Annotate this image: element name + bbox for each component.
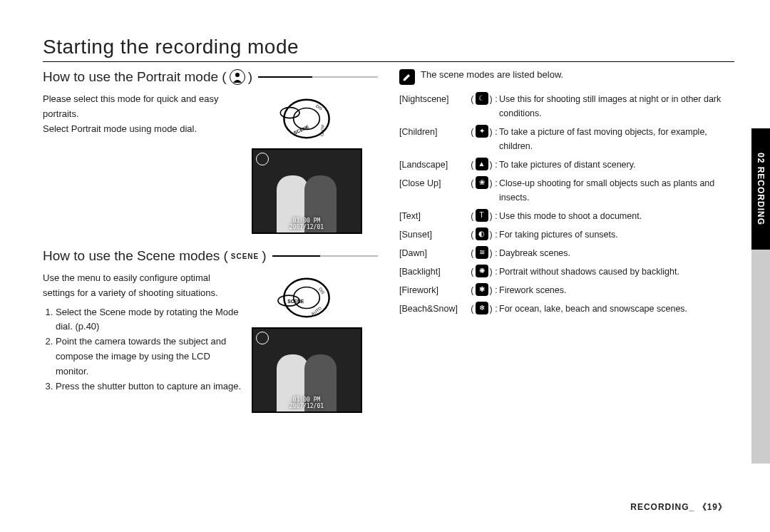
scene-icon: ▲ — [476, 158, 488, 170]
lcd-preview: 01:00 PM 2007/12/01 — [252, 148, 362, 234]
scene-description: To take a picture of fast moving objects… — [499, 125, 734, 153]
scene-name: [Nightscene] — [399, 92, 469, 121]
scene-icon-col: ( ✱ ) : — [469, 283, 499, 297]
scene-icon: ☾ — [476, 92, 488, 105]
scene-name: [Landscape] — [399, 158, 469, 172]
scene-icon-col: ( ☾ ) : — [469, 92, 499, 121]
scene-icon-col: ( ❄ ) : — [469, 302, 499, 316]
svg-point-7 — [284, 279, 329, 317]
portrait-body: Please select this mode for quick and ea… — [43, 92, 378, 234]
scene-step-1: Select the Scene mode by rotating the Mo… — [56, 305, 242, 335]
preview-timestamp-scene: 01:00 PM 2007/12/01 — [253, 397, 361, 410]
scene-icon-col: ( ▲ ) : — [469, 158, 499, 172]
portrait-figures: DIS AUTO SCENE 01:00 PM 2007/12/01 — [250, 92, 364, 234]
scene-icon: ✺ — [476, 265, 488, 277]
scene-icon-col: ( ◐ ) : — [469, 227, 499, 242]
scene-icon: ❀ — [476, 176, 488, 189]
scene-name: [Sunset] — [399, 227, 469, 242]
scene-icon: T — [476, 209, 488, 222]
svg-text:SCENE: SCENE — [287, 299, 304, 304]
side-tab-label: 02 RECORDING — [756, 153, 766, 225]
scene-description: For ocean, lake, beach and snowscape sce… — [499, 302, 734, 316]
side-grey-strip — [751, 250, 770, 464]
footer-section: RECORDING_ — [630, 502, 694, 512]
scene-figures: SCENE DIS AUTO 01:00 PM 2007/12/01 — [250, 271, 364, 413]
manual-page: Starting the recording mode How to use t… — [0, 0, 770, 532]
footer-page: 《19》 — [698, 502, 727, 512]
scene-description: Use this mode to shoot a document. — [499, 209, 734, 223]
right-column: The scene modes are listed below. [Night… — [399, 69, 734, 427]
scene-mode-list: [Nightscene] ( ☾ ) : Use this for shooti… — [399, 92, 734, 316]
scene-icon-col: ( T ) : — [469, 209, 499, 223]
heading-text: How to use the Scene modes ( — [43, 248, 228, 264]
scene-name: [Children] — [399, 125, 469, 153]
heading-close: ) — [248, 69, 252, 85]
scene-description: Daybreak scenes. — [499, 246, 734, 260]
scene-name: [Close Up] — [399, 176, 469, 205]
scene-icon-col: ( ✦ ) : — [469, 125, 499, 153]
portrait-icon — [230, 69, 245, 85]
preview-timestamp: 01:00 PM 2007/12/01 — [253, 218, 361, 231]
portrait-line2: Select Portrait mode using mode dial. — [43, 122, 242, 137]
note-intro-text: The scene modes are listed below. — [421, 69, 563, 80]
scene-row: [Landscape] ( ▲ ) : To take pictures of … — [399, 158, 734, 172]
scene-step-2: Point the camera towards the subject and… — [56, 334, 242, 379]
scene-icon: ◐ — [476, 227, 488, 240]
scene-description: Portrait without shadows caused by backl… — [499, 265, 734, 279]
portrait-text: Please select this mode for quick and ea… — [43, 92, 242, 234]
section-side-tab: 02 RECORDING — [751, 128, 770, 250]
scene-row: [Children] ( ✦ ) : To take a picture of … — [399, 125, 734, 153]
scene-body: Use the menu to easily configure optimal… — [43, 271, 378, 413]
svg-point-0 — [235, 73, 240, 77]
scene-name: [Beach&Snow] — [399, 302, 469, 316]
heading-close: ) — [262, 248, 266, 264]
scene-icon-col: ( ≋ ) : — [469, 246, 499, 260]
scene-icon: ✱ — [476, 283, 488, 296]
scene-step-3: Press the shutter button to capture an i… — [56, 379, 242, 394]
scene-name: [Firework] — [399, 283, 469, 297]
scene-row: [Firework] ( ✱ ) : Firework scenes. — [399, 283, 734, 297]
scene-row: [Beach&Snow] ( ❄ ) : For ocean, lake, be… — [399, 302, 734, 316]
scene-row: [Sunset] ( ◐ ) : For taking pictures of … — [399, 227, 734, 242]
scene-row: [Dawn] ( ≋ ) : Daybreak scenes. — [399, 246, 734, 260]
lcd-preview-scene: 01:00 PM 2007/12/01 — [252, 327, 362, 413]
scene-icon: ≋ — [476, 246, 488, 259]
scene-description: Firework scenes. — [499, 283, 734, 297]
left-column: How to use the Portrait mode ( ) Please … — [43, 69, 378, 427]
note-box: The scene modes are listed below. — [399, 69, 734, 85]
scene-row: [Nightscene] ( ☾ ) : Use this for shooti… — [399, 92, 734, 121]
section-portrait-heading: How to use the Portrait mode ( ) — [43, 69, 378, 86]
scene-label-icon: SCENE — [231, 252, 259, 260]
scene-name: [Backlight] — [399, 265, 469, 279]
portrait-line1: Please select this mode for quick and ea… — [43, 92, 242, 122]
scene-row: [Backlight] ( ✺ ) : Portrait without sha… — [399, 265, 734, 279]
heading-text: How to use the Portrait mode ( — [43, 69, 227, 85]
svg-point-3 — [280, 108, 299, 118]
scene-row: [Text] ( T ) : Use this mode to shoot a … — [399, 209, 734, 223]
scene-icon-col: ( ✺ ) : — [469, 265, 499, 279]
scene-name: [Text] — [399, 209, 469, 223]
scene-description: Use this for shooting still images at ni… — [499, 92, 734, 121]
page-footer: RECORDING_ 《19》 — [630, 501, 727, 513]
scene-icon: ❄ — [476, 302, 488, 314]
scene-description: Close-up shooting for small objects such… — [499, 176, 734, 205]
scene-description: For taking pictures of sunsets. — [499, 227, 734, 242]
mode-dial-scene-icon: SCENE DIS AUTO — [274, 271, 339, 324]
content-columns: How to use the Portrait mode ( ) Please … — [43, 69, 734, 427]
scene-name: [Dawn] — [399, 246, 469, 260]
mode-dial-icon: DIS AUTO SCENE — [274, 92, 339, 145]
svg-text:AUTO: AUTO — [319, 125, 324, 137]
scene-intro: Use the menu to easily configure optimal… — [43, 271, 242, 301]
page-title: Starting the recording mode — [43, 36, 734, 62]
scene-description: To take pictures of distant scenery. — [499, 158, 734, 172]
scene-icon: ✦ — [476, 125, 488, 138]
pencil-note-icon — [399, 69, 415, 85]
scene-icon-col: ( ❀ ) : — [469, 176, 499, 205]
section-scene-heading: How to use the Scene modes ( SCENE ) — [43, 248, 378, 265]
scene-text: Use the menu to easily configure optimal… — [43, 271, 242, 413]
scene-row: [Close Up] ( ❀ ) : Close-up shooting for… — [399, 176, 734, 205]
